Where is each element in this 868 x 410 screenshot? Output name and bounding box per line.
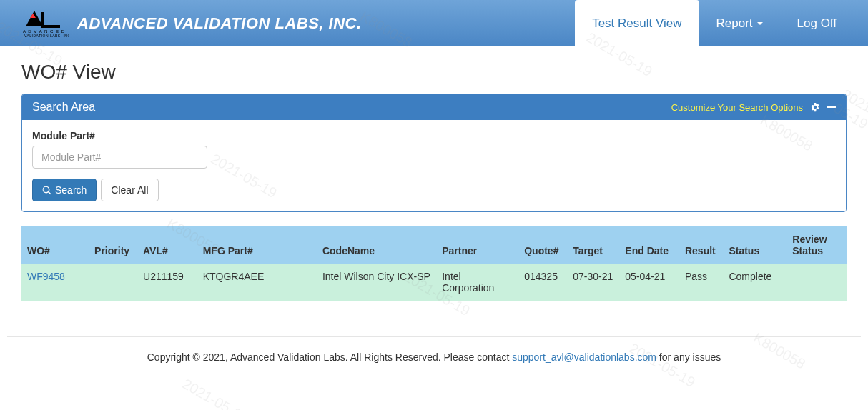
nav-report-label: Report: [716, 16, 753, 31]
cell-end: 05-04-21: [619, 264, 679, 301]
footer-support-email[interactable]: support_avl@validationlabs.com: [512, 351, 656, 363]
col-quote[interactable]: Quote#: [518, 226, 567, 264]
cell-codename: Intel Wilson City ICX-SP: [317, 264, 436, 301]
search-button-label: Search: [55, 184, 87, 196]
gear-icon[interactable]: [810, 102, 820, 112]
main-container: WO# View Search Area Customize Your Sear…: [0, 46, 868, 315]
top-navbar: A D V A N C E D VALIDATION LABS, INC. AD…: [0, 0, 868, 46]
cell-avl: U211159: [137, 264, 197, 301]
cell-result: Pass: [679, 264, 723, 301]
table-row: WF9458 U211159 KTQGR4AEE Intel Wilson Ci…: [21, 264, 847, 301]
nav-test-result-view[interactable]: Test Result View: [575, 0, 699, 46]
col-partner[interactable]: Partner: [436, 226, 518, 264]
nav-logoff[interactable]: Log Off: [780, 0, 854, 46]
svg-text:VALIDATION LABS, INC.: VALIDATION LABS, INC.: [24, 34, 69, 38]
col-target[interactable]: Target: [567, 226, 619, 264]
cell-target: 07-30-21: [567, 264, 619, 301]
nav-items: Test Result View Report Log Off: [575, 0, 854, 46]
svg-rect-2: [827, 106, 836, 108]
footer: Copyright © 2021, Advanced Validation La…: [7, 336, 861, 377]
customize-search-options-link[interactable]: Customize Your Search Options: [671, 102, 803, 113]
cell-mfg: KTQGR4AEE: [197, 264, 317, 301]
table-header-row: WO# Priority AVL# MFG Part# CodeName Par…: [21, 226, 847, 264]
cell-status: Complete: [723, 264, 786, 301]
company-name: ADVANCED VALIDATION LABS, INC.: [77, 14, 362, 33]
col-wo[interactable]: WO#: [21, 226, 89, 264]
col-end[interactable]: End Date: [619, 226, 679, 264]
cell-partner: Intel Corporation: [436, 264, 518, 301]
col-status[interactable]: Status: [723, 226, 786, 264]
clear-all-button[interactable]: Clear All: [101, 179, 158, 201]
results-table: WO# Priority AVL# MFG Part# CodeName Par…: [21, 226, 847, 301]
search-panel: Search Area Customize Your Search Option…: [21, 94, 847, 212]
col-result[interactable]: Result: [679, 226, 723, 264]
module-part-label: Module Part#: [32, 130, 836, 141]
search-panel-body: Module Part# Search Clear All: [22, 120, 846, 211]
cell-wo-link[interactable]: WF9458: [21, 264, 89, 301]
col-review[interactable]: Review Status: [786, 226, 847, 264]
page-title: WO# View: [21, 61, 847, 84]
cell-quote: 014325: [518, 264, 567, 301]
caret-down-icon: [757, 22, 763, 25]
cell-review: [786, 264, 847, 301]
results-table-wrap: WO# Priority AVL# MFG Part# CodeName Par…: [21, 226, 847, 301]
module-part-input[interactable]: [32, 146, 207, 169]
company-logo: A D V A N C E D VALIDATION LABS, INC.: [21, 9, 69, 38]
nav-report[interactable]: Report: [699, 0, 780, 46]
search-panel-title: Search Area: [32, 101, 95, 114]
col-avl[interactable]: AVL#: [137, 226, 197, 264]
col-mfg[interactable]: MFG Part#: [197, 226, 317, 264]
col-priority[interactable]: Priority: [89, 226, 137, 264]
col-codename[interactable]: CodeName: [317, 226, 436, 264]
search-panel-header: Search Area Customize Your Search Option…: [22, 94, 846, 120]
footer-text-after: for any issues: [656, 351, 721, 363]
search-icon: [42, 186, 51, 195]
search-button[interactable]: Search: [32, 179, 97, 201]
cell-priority: [89, 264, 137, 301]
brand: A D V A N C E D VALIDATION LABS, INC. AD…: [21, 9, 362, 38]
footer-text-before: Copyright © 2021, Advanced Validation La…: [147, 351, 512, 363]
minimize-icon[interactable]: [827, 103, 836, 111]
